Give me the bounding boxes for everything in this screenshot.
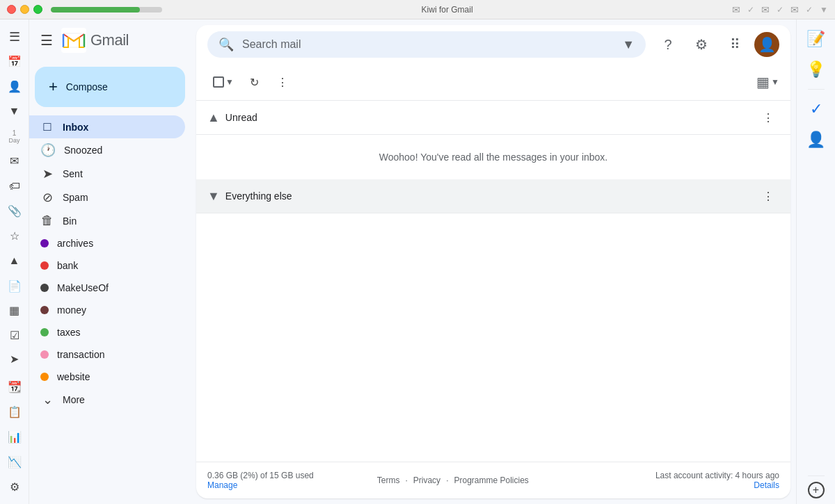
nav-archives[interactable]: archives [29, 232, 185, 254]
dropdown-arrow-icon[interactable]: ▼ [820, 5, 828, 15]
nav-snoozed[interactable]: 🕐 Snoozed [29, 138, 185, 162]
taxes-dot [40, 328, 49, 336]
unread-section-header[interactable]: ▲ Unread ⋮ [196, 101, 790, 135]
select-dropdown-icon[interactable]: ▼ [225, 77, 234, 87]
nav-inbox[interactable]: □ Inbox [29, 115, 185, 138]
gmail-logo[interactable]: Gmail [61, 28, 129, 53]
refresh-button[interactable]: ↻ [242, 70, 267, 95]
check-icon-2: ✓ [777, 5, 784, 15]
sent-icon: ➤ [40, 166, 54, 181]
mail-icon-1[interactable]: ✉ [732, 4, 740, 15]
unread-section-menu-button[interactable]: ⋮ [757, 106, 779, 129]
loading-progress [51, 7, 162, 13]
nav-more[interactable]: ⌄ More [29, 388, 185, 412]
rail-contacts-icon[interactable]: 👤 [2, 75, 27, 99]
minimize-button[interactable] [20, 5, 29, 14]
nav-bin[interactable]: 🗑 Bin [29, 209, 185, 232]
spam-label: Spam [63, 192, 88, 203]
snoozed-label: Snoozed [64, 145, 102, 156]
more-chevron-icon: ⌄ [40, 392, 54, 407]
icon-rail: ☰ 📅 👤 ▼ 1 Day ✉ 🏷 📎 ☆ ▲ 📄 ▦ ☑ ➤ 📆 📋 📊 📉 … [0, 19, 29, 504]
right-divider-1 [808, 89, 825, 90]
rail-task-icon[interactable]: ☑ [2, 324, 27, 348]
rail-mail-icon[interactable]: ✉ [2, 149, 27, 173]
nav-sent[interactable]: ➤ Sent [29, 162, 185, 186]
rail-drive-icon[interactable]: ▲ [2, 249, 27, 273]
details-link[interactable]: Details [655, 480, 779, 490]
search-input[interactable] [242, 38, 614, 51]
website-label: website [57, 371, 90, 382]
compose-button[interactable]: + Compose [35, 67, 185, 107]
avatar-image: 👤 [758, 36, 776, 53]
rail-label-icon[interactable]: 🏷 [2, 174, 27, 198]
rail-calendar-icon[interactable]: 📅 [2, 50, 27, 74]
close-button[interactable] [7, 5, 16, 14]
select-all-button[interactable]: ▼ [207, 72, 239, 92]
taxes-label: taxes [57, 327, 80, 338]
footer-activity: Last account activity: 4 hours ago Detai… [655, 471, 779, 490]
layout-dropdown-icon[interactable]: ▼ [771, 77, 779, 87]
activity-text: Last account activity: 4 hours ago [655, 471, 779, 480]
rail-doc-icon[interactable]: 📄 [2, 274, 27, 298]
unread-chevron-icon: ▲ [207, 111, 220, 125]
nav-website[interactable]: website [29, 366, 185, 388]
compose-label: Compose [66, 81, 108, 92]
nav-money[interactable]: money [29, 299, 185, 321]
search-dropdown-icon[interactable]: ▼ [622, 38, 635, 52]
rail-report-icon[interactable]: 📉 [2, 450, 27, 473]
layout-icon: ▦ [756, 74, 770, 90]
more-options-button[interactable]: ⋮ [270, 70, 295, 95]
check-icon-3: ✓ [806, 5, 813, 15]
everything-else-section-header[interactable]: ▼ Everything else ⋮ [196, 179, 790, 213]
rail-star-icon[interactable]: ☆ [2, 225, 27, 248]
separator-1: · [405, 475, 407, 485]
empty-state-message: Woohoo! You've read all the messages in … [196, 135, 790, 179]
window-title: Kiwi for Gmail [166, 5, 728, 15]
snoozed-icon: 🕐 [40, 143, 56, 158]
everything-else-menu-button[interactable]: ⋮ [757, 185, 779, 207]
rail-filter-icon[interactable]: ▼ [2, 99, 27, 123]
search-bar: 🔍 ▼ ? ⚙ ⠿ 👤 [196, 25, 790, 64]
nav-bank[interactable]: bank [29, 254, 185, 277]
hamburger-menu-button[interactable]: ☰ [40, 32, 53, 49]
rail-settings-bottom-icon[interactable]: ⚙ [2, 475, 27, 498]
terms-link[interactable]: Terms [377, 475, 400, 485]
rail-send-icon[interactable]: ➤ [2, 350, 27, 374]
toolbar: ▼ ↻ ⋮ ▦ ▼ [196, 64, 790, 101]
right-keep-icon[interactable]: 💡 [802, 56, 830, 83]
policies-link[interactable]: Programme Policies [454, 475, 528, 485]
settings-button[interactable]: ⚙ [687, 31, 715, 58]
nav-taxes[interactable]: taxes [29, 321, 185, 343]
footer-links: Terms · Privacy · Programme Policies [377, 475, 529, 485]
rail-list-icon[interactable]: 📋 [2, 400, 27, 424]
header-icons: ? ⚙ ⠿ 👤 [654, 31, 779, 58]
right-add-button[interactable]: + [808, 482, 825, 498]
mail-icon-2[interactable]: ✉ [761, 4, 770, 15]
nav-makeuseof[interactable]: MakeUseOf [29, 277, 185, 299]
right-tasks-icon[interactable]: ✓ [802, 95, 830, 123]
manage-link[interactable]: Manage [207, 480, 314, 490]
apps-button[interactable]: ⠿ [721, 31, 749, 58]
money-label: money [57, 304, 86, 316]
maximize-button[interactable] [33, 5, 42, 14]
privacy-link[interactable]: Privacy [413, 475, 440, 485]
rail-day-icon[interactable]: 1 Day [2, 124, 27, 148]
user-avatar[interactable]: 👤 [754, 32, 779, 57]
rail-menu-icon[interactable]: ☰ [2, 25, 27, 49]
search-icon: 🔍 [218, 37, 234, 52]
rail-calendar2-icon[interactable]: 📆 [2, 375, 27, 399]
help-button[interactable]: ? [654, 31, 682, 58]
rail-attachment-icon[interactable]: 📎 [2, 200, 27, 223]
select-all-checkbox[interactable] [213, 76, 224, 88]
search-box[interactable]: 🔍 ▼ [207, 31, 646, 58]
nav-spam[interactable]: ⊘ Spam [29, 186, 185, 209]
nav-transaction[interactable]: transaction [29, 343, 185, 366]
right-contacts-icon[interactable]: 👤 [802, 126, 830, 154]
right-docs-icon[interactable]: 📝 [802, 25, 830, 53]
rail-grid-icon[interactable]: ▦ [2, 299, 27, 323]
rail-list2-icon[interactable]: 📊 [2, 425, 27, 449]
makeuseof-label: MakeUseOf [57, 282, 109, 293]
layout-toggle[interactable]: ▦ ▼ [756, 74, 779, 90]
mail-icon-3[interactable]: ✉ [790, 4, 799, 15]
main-content: 🔍 ▼ ? ⚙ ⠿ 👤 ▼ ↻ ⋮ ▦ ▼ [196, 25, 790, 498]
